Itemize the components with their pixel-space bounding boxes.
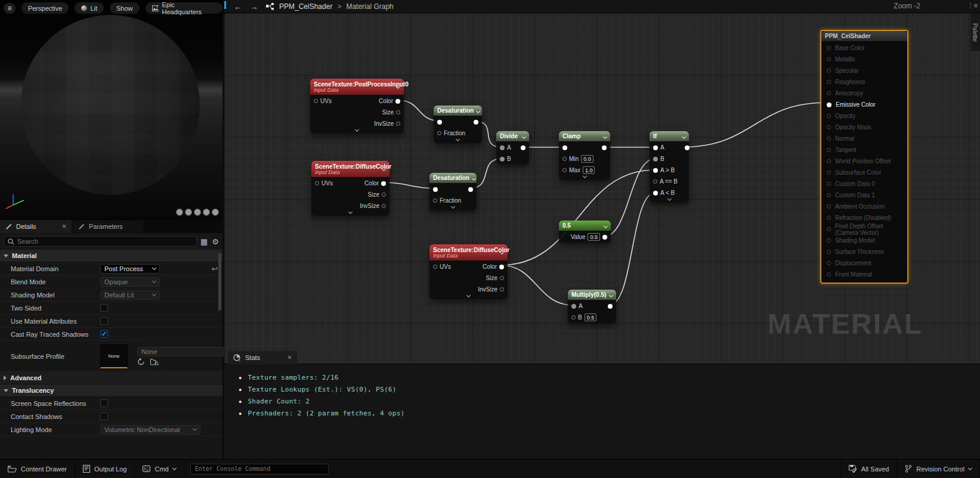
tab-details[interactable]: Details ×: [0, 220, 72, 233]
node-header[interactable]: 0.5: [559, 221, 611, 231]
input-pin-custom-data-1[interactable]: [827, 193, 831, 197]
input-pin-ambient-occlusion[interactable]: [827, 204, 831, 209]
chevron-down-icon[interactable]: [477, 107, 480, 114]
forward-arrow-button[interactable]: →: [250, 2, 258, 11]
stats-tab[interactable]: i Stats ×: [228, 351, 297, 364]
node-header[interactable]: SceneTexture:DiffuseColorInput Data: [311, 161, 389, 177]
breadcrumb-page[interactable]: Material Graph: [346, 2, 393, 11]
display-filter-icon[interactable]: ▦: [200, 237, 208, 246]
search-input[interactable]: [17, 238, 193, 245]
input-pin-world-position-offset[interactable]: [827, 159, 831, 163]
input-pin-tangent[interactable]: [827, 148, 831, 152]
expand-node-button[interactable]: [650, 198, 689, 203]
search-box[interactable]: [4, 236, 197, 247]
node-header[interactable]: Divide: [496, 131, 529, 141]
preview-custom-mesh-button[interactable]: [212, 209, 219, 216]
input-pin-a-b[interactable]: [653, 168, 658, 173]
input-pin-shading-model[interactable]: [827, 238, 831, 243]
preview-cube-button[interactable]: [203, 209, 210, 216]
input-pin-anisotropy[interactable]: [827, 91, 831, 95]
preview-plane-button[interactable]: [194, 209, 201, 216]
input-pin-b[interactable]: [500, 157, 505, 162]
node-scenetexture-diffusecolor-1[interactable]: SceneTexture:DiffuseColorInput DataUVsCo…: [311, 161, 389, 216]
input-pin-surface-thickness[interactable]: [827, 250, 831, 254]
graph-canvas[interactable]: SceneTexture:PostProcessInput0Input Data…: [224, 13, 980, 459]
asset-thumbnail[interactable]: None: [100, 344, 128, 368]
input-pin-a-b[interactable]: [653, 191, 658, 195]
expand-node-button[interactable]: [434, 139, 482, 143]
value-box[interactable]: 1.0: [583, 166, 595, 174]
section-header-translucency[interactable]: Translucency: [0, 384, 222, 397]
node-header[interactable]: PPM_CelShader: [821, 31, 907, 41]
node-if[interactable]: IfABA > BA == BA < B: [650, 131, 689, 203]
node-desaturation-1[interactable]: DesaturationFraction: [434, 105, 482, 143]
input-pin-uvs[interactable]: [433, 265, 437, 269]
chevron-down-icon[interactable]: [397, 83, 400, 89]
expand-node-button[interactable]: [429, 206, 477, 210]
input-pin-specular[interactable]: [827, 69, 831, 73]
input-pin-fraction[interactable]: [437, 131, 441, 135]
material-domain-dropdown[interactable]: Post Process: [100, 264, 160, 274]
input-pin-uvs[interactable]: [315, 181, 319, 185]
node-header[interactable]: Clamp: [559, 131, 610, 141]
node-scenetexture-postprocessinput0[interactable]: SceneTexture:PostProcessInput0Input Data…: [310, 79, 404, 134]
node-scenetexture-diffusecolor-2[interactable]: SceneTexture:DiffuseColorInput DataUVsCo…: [429, 244, 508, 299]
expand-node-button[interactable]: [559, 176, 610, 180]
material-preview-viewport[interactable]: ≡ Perspective Lit Show Epic Headquarters: [0, 0, 222, 219]
node-multiply-0-5[interactable]: Multiply(0.5)AB0.5: [568, 290, 616, 323]
section-header-material[interactable]: Material: [0, 250, 222, 262]
browse-to-asset-icon[interactable]: [150, 358, 159, 365]
input-pin-pin[interactable]: [437, 120, 442, 125]
input-pin-b[interactable]: [653, 157, 658, 162]
output-pin-size[interactable]: [396, 110, 400, 114]
use-selected-icon[interactable]: [137, 358, 145, 365]
input-pin-uvs[interactable]: [314, 99, 318, 103]
output-pin-pin[interactable]: [608, 304, 613, 309]
output-pin-invsize[interactable]: [396, 122, 400, 126]
chevron-down-icon[interactable]: [604, 222, 607, 229]
preview-sphere-button[interactable]: [185, 209, 192, 216]
input-pin-pixel-depth-offset-camera-vector[interactable]: [827, 227, 831, 231]
input-pin-front-material[interactable]: [827, 272, 831, 277]
chevron-down-icon[interactable]: [500, 249, 503, 255]
chevron-down-icon[interactable]: [610, 291, 613, 298]
input-pin-max[interactable]: [562, 168, 567, 172]
cast-ray-traced-shadows-checkbox[interactable]: ✓: [100, 330, 108, 338]
expand-node-button[interactable]: [429, 295, 508, 299]
input-pin-metallic[interactable]: [827, 57, 831, 61]
output-pin-pin[interactable]: [685, 145, 690, 150]
chevron-down-icon[interactable]: [472, 175, 475, 181]
input-pin-subsurface-color[interactable]: [827, 170, 831, 175]
node-divide[interactable]: DivideAB: [496, 131, 529, 164]
node-header[interactable]: Desaturation: [434, 105, 482, 116]
output-pin-pin[interactable]: [474, 120, 478, 125]
expand-node-button[interactable]: [310, 129, 404, 134]
node-desaturation-2[interactable]: DesaturationFraction: [429, 173, 477, 210]
value-box[interactable]: 0.0: [581, 155, 593, 163]
use-material-attributes-checkbox[interactable]: [100, 317, 108, 325]
preview-cylinder-button[interactable]: [176, 209, 183, 216]
viewport-menu-button[interactable]: ≡: [4, 3, 16, 14]
input-pin-min[interactable]: [562, 157, 567, 161]
input-pin-pin[interactable]: [562, 145, 567, 150]
palette-tab[interactable]: Palette: [970, 13, 980, 51]
console-command-input[interactable]: [190, 464, 329, 474]
output-pin-invsize[interactable]: [382, 204, 386, 208]
close-icon[interactable]: ×: [287, 353, 292, 362]
input-pin-normal[interactable]: [827, 136, 831, 141]
cmd-dropdown-button[interactable]: Cmd: [135, 460, 184, 478]
show-button[interactable]: Show: [110, 2, 140, 14]
input-pin-opacity-mask[interactable]: [827, 125, 831, 129]
node-header[interactable]: Multiply(0.5): [568, 290, 616, 300]
value-box[interactable]: 0.5: [585, 314, 597, 321]
input-pin-displacement[interactable]: [827, 261, 831, 265]
back-arrow-button[interactable]: ←: [234, 2, 242, 11]
close-icon[interactable]: ×: [62, 222, 66, 231]
screen-space-reflections-checkbox[interactable]: [100, 399, 108, 407]
preview-scene-button[interactable]: Epic Headquarters: [146, 2, 222, 14]
all-saved-button[interactable]: All Saved: [840, 460, 897, 478]
gear-icon[interactable]: ⚙: [212, 237, 219, 246]
node-material-result[interactable]: PPM_CelShaderBase ColorMetallicSpecularR…: [820, 30, 908, 284]
output-log-button[interactable]: Output Log: [75, 460, 135, 478]
chevron-down-icon[interactable]: [382, 165, 385, 172]
